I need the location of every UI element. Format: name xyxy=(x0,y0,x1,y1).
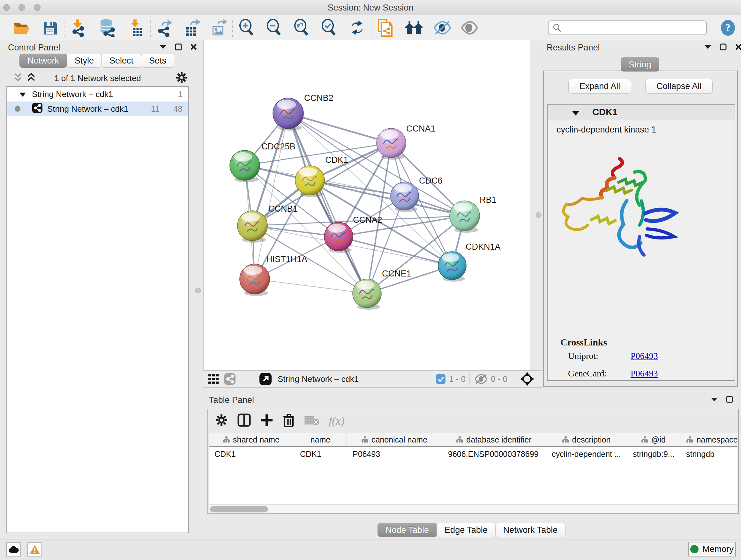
tab-style[interactable]: Style xyxy=(67,54,102,68)
maximize-panel-icon[interactable] xyxy=(725,395,734,403)
maximize-panel-icon[interactable] xyxy=(719,43,727,51)
network-collection-row[interactable]: String Network – cdk1 1 xyxy=(7,87,188,102)
table-cell[interactable]: CDK1 xyxy=(209,447,294,461)
export-network-button[interactable] xyxy=(154,19,174,37)
open-file-button[interactable] xyxy=(12,19,32,37)
tab-node-table[interactable]: Node Table xyxy=(378,523,437,537)
network-canvas[interactable]: CCNB2CCNA1CDC25BCDK1CDC6RB1CCNB1CCNA2CDK… xyxy=(203,40,530,370)
left-splitter-handle[interactable] xyxy=(195,288,201,294)
table-row[interactable]: CDK1CDK1P064939606.ENSP00000378699cyclin… xyxy=(209,447,738,461)
network-edge[interactable] xyxy=(288,113,465,216)
import-network-from-database-button[interactable] xyxy=(97,19,117,37)
window-title: Session: New Session xyxy=(0,0,741,15)
collapse-all-button[interactable]: Collapse All xyxy=(645,79,713,94)
selected-node-edge-counts: 1 - 0 xyxy=(449,374,466,384)
tab-select[interactable]: Select xyxy=(102,54,141,68)
table-cell[interactable]: cyclin-dependent ... xyxy=(546,447,627,461)
hidden-eye-slash-icon[interactable] xyxy=(474,374,488,384)
network-row[interactable]: String Network – cdk1 11 48 xyxy=(7,102,188,116)
zoom-in-button[interactable] xyxy=(237,19,257,37)
search-box[interactable] xyxy=(548,20,707,35)
network-node-ccna1[interactable] xyxy=(377,128,406,160)
crosslink-link[interactable]: P06493 xyxy=(630,368,658,379)
warning-status-button[interactable] xyxy=(27,543,42,557)
table-cell[interactable]: stringdb xyxy=(680,447,738,461)
gene-card-header[interactable]: CDK1 xyxy=(548,105,735,120)
cloud-status-button[interactable] xyxy=(6,543,21,557)
help-button[interactable]: ? xyxy=(719,19,737,38)
network-node-cdk1[interactable] xyxy=(295,166,325,197)
clone-network-button[interactable] xyxy=(375,19,395,37)
network-edge[interactable] xyxy=(288,113,367,294)
open-in-new-window-icon[interactable] xyxy=(259,373,272,385)
table-cell[interactable]: 9606.ENSP00000378699 xyxy=(442,447,546,461)
delete-column-trash-icon[interactable] xyxy=(283,413,295,428)
network-edge[interactable] xyxy=(288,113,391,143)
tab-network-table[interactable]: Network Table xyxy=(495,523,566,537)
network-options-gear-icon[interactable] xyxy=(176,71,188,85)
column-header-namespace[interactable]: namespace xyxy=(680,433,738,446)
right-splitter-handle[interactable] xyxy=(536,212,542,218)
column-header--id[interactable]: @id xyxy=(627,433,680,446)
table-horizontal-scrollbar[interactable] xyxy=(209,504,738,513)
selected-checkbox-icon[interactable] xyxy=(435,374,446,384)
export-image-button[interactable] xyxy=(209,19,228,37)
hide-panel-eye-icon[interactable] xyxy=(432,19,452,37)
tab-network[interactable]: Network xyxy=(19,54,67,68)
collection-expand-arrow-icon[interactable] xyxy=(19,89,26,99)
maximize-panel-icon[interactable] xyxy=(174,43,183,51)
show-grid-icon[interactable] xyxy=(208,373,219,385)
float-panel-icon[interactable] xyxy=(710,395,718,403)
collapse-gene-arrow-icon[interactable] xyxy=(572,111,580,117)
function-builder-icon[interactable]: f(x) xyxy=(329,414,345,428)
svg-text:?: ? xyxy=(725,22,731,34)
zoom-out-button[interactable] xyxy=(264,19,284,37)
column-header-shared-name[interactable]: shared name xyxy=(209,433,294,446)
network-node-ccnb1[interactable] xyxy=(238,211,267,243)
column-header-database-identifier[interactable]: database identifier xyxy=(442,433,546,446)
column-header-canonical-name[interactable]: canonical name xyxy=(347,433,442,446)
tab-string[interactable]: String xyxy=(621,57,659,71)
scrollbar-thumb[interactable] xyxy=(210,506,268,512)
crosslink-link[interactable]: P06493 xyxy=(630,351,658,361)
import-network-from-file-button[interactable] xyxy=(68,19,88,37)
zoom-selected-button[interactable] xyxy=(319,19,339,37)
network-node-rb1[interactable] xyxy=(450,201,480,233)
show-columns-icon[interactable] xyxy=(238,414,251,428)
apply-layout-button[interactable] xyxy=(347,19,367,37)
network-edge[interactable] xyxy=(255,279,367,294)
column-header-description[interactable]: description xyxy=(546,433,627,446)
export-table-button[interactable] xyxy=(182,19,202,37)
table-cell[interactable]: P06493 xyxy=(347,447,442,461)
table-settings-gear-icon[interactable] xyxy=(215,414,228,428)
add-column-icon[interactable] xyxy=(260,414,273,428)
search-input[interactable] xyxy=(565,23,706,33)
close-panel-icon[interactable] xyxy=(734,43,741,51)
table-cell[interactable]: CDK1 xyxy=(294,447,347,461)
network-node-cdc25b[interactable] xyxy=(230,150,260,182)
network-node-ccne1[interactable] xyxy=(353,279,381,310)
save-session-button[interactable] xyxy=(40,19,60,37)
float-panel-icon[interactable] xyxy=(159,43,167,51)
memory-button[interactable]: Memory xyxy=(688,542,736,557)
show-panel-eye-icon[interactable] xyxy=(460,19,479,37)
birds-eye-view-icon[interactable] xyxy=(520,372,534,386)
expand-all-button[interactable]: Expand All xyxy=(568,79,631,94)
column-header-name[interactable]: name xyxy=(294,433,347,446)
tab-sets[interactable]: Sets xyxy=(141,54,174,68)
float-panel-icon[interactable] xyxy=(704,43,712,51)
network-node-hist1h1a[interactable] xyxy=(240,264,270,296)
toolbar-separator xyxy=(64,19,64,37)
network-edge[interactable] xyxy=(310,180,465,216)
import-table-from-file-button[interactable] xyxy=(126,19,146,37)
tab-edge-table[interactable]: Edge Table xyxy=(436,523,495,537)
table-cell[interactable]: stringdb:9... xyxy=(627,447,680,461)
close-panel-icon[interactable] xyxy=(190,43,198,51)
zoom-fit-button[interactable] xyxy=(292,19,312,37)
delete-table-icon[interactable] xyxy=(305,415,319,427)
network-share-icon[interactable] xyxy=(224,373,236,385)
network-node-cdkn1a[interactable] xyxy=(438,252,466,282)
home-button[interactable] xyxy=(404,19,424,37)
network-node-cdc6[interactable] xyxy=(391,182,419,212)
network-node-ccna2[interactable] xyxy=(324,222,353,253)
